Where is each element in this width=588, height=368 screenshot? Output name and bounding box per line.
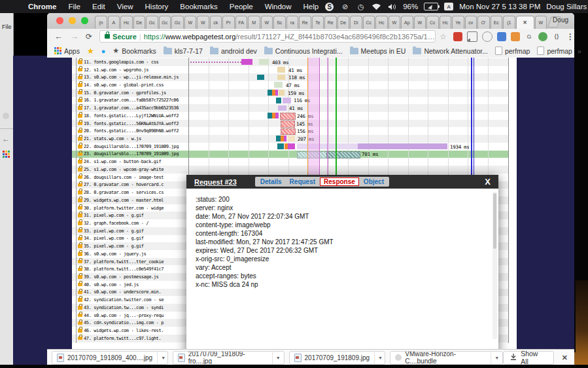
tab-14[interactable]: Sc (273, 16, 286, 29)
tab-16[interactable]: Re (299, 16, 311, 29)
close-window-button[interactable] (56, 17, 63, 24)
tab-22[interactable]: Hc (375, 16, 388, 29)
bookmark-network-attenuator-[interactable]: Network Attenuator... (413, 47, 487, 55)
waterfall-row-11[interactable]: 11. fonts.googleapis.com - css403 ms (72, 58, 508, 66)
tab-1[interactable]: A (108, 16, 120, 29)
waterfall-row-19[interactable]: 19. fonts.gstatic....56KNuAtbJYA.woff214… (72, 120, 508, 128)
tab-31[interactable]: Ec (491, 16, 503, 29)
tab-17[interactable]: Te (312, 16, 324, 29)
download-caret-icon[interactable]: ▼ (491, 352, 502, 364)
tab-25[interactable]: W (414, 16, 426, 29)
tab-29[interactable]: cv (465, 16, 477, 29)
waterfall-row-15[interactable]: 15. 0.gravatar.com - gprofiles.js159 ms (72, 89, 508, 97)
menu-bookmarks[interactable]: Bookmarks (174, 3, 224, 10)
download-item[interactable]: 20170709_191809.jpg▼ (289, 351, 386, 365)
waterfall-row-21[interactable]: 21. stats.wp.com - w.js207 ms (72, 135, 508, 143)
tab-7[interactable]: W (184, 16, 197, 29)
ext-orange-square-icon[interactable] (511, 32, 520, 41)
waterfall-row-12[interactable]: 12. s1.wp.com - wpgroho.js41 ms (72, 66, 508, 74)
tab-4[interactable]: Gc (146, 16, 158, 29)
waterfall-row-23[interactable]: 23. dougsillarsblo...170709_191809.jpg70… (72, 151, 508, 158)
bookmark-star[interactable]: ★ (87, 46, 94, 56)
bookmark-kls7-7-17[interactable]: kls7-7-17 (164, 47, 203, 55)
tab-9[interactable]: ck (210, 16, 222, 29)
forward-button[interactable]: → (70, 32, 78, 41)
wifi-icon[interactable] (372, 2, 381, 11)
waterfall-row-20[interactable]: 20. fonts.gstatic....0nv9q090hN8.woff215… (72, 127, 508, 135)
tab-11[interactable]: FA (235, 16, 248, 29)
tab-32[interactable]: (1 (503, 16, 515, 29)
clock-icon[interactable]: ◷ (356, 2, 366, 11)
tab-20[interactable]: Di (350, 16, 362, 29)
cast-icon[interactable] (467, 31, 477, 42)
show-all-button[interactable]: Show All (503, 351, 554, 365)
menu-chrome[interactable]: Chrome (22, 3, 62, 10)
tab-26[interactable]: Cc (426, 16, 439, 29)
menu-help[interactable]: Help (298, 3, 325, 10)
tab-30[interactable]: O' (477, 16, 490, 29)
tab-27[interactable]: Hc (440, 16, 452, 29)
tab-6[interactable]: Gc (171, 16, 184, 29)
tab-active[interactable]: ✕ (516, 16, 534, 29)
tab-8[interactable]: W (197, 16, 209, 29)
bookmark-twitter[interactable]: ● (101, 47, 106, 55)
ext-blue-square-icon[interactable] (497, 32, 506, 41)
menu-window[interactable]: Window (259, 3, 298, 10)
tab-19[interactable]: De (337, 16, 350, 29)
popup-tab-details[interactable]: Details (257, 178, 285, 185)
menu-people[interactable]: People (224, 3, 259, 10)
bookmark-apps[interactable]: Apps (54, 47, 80, 55)
tab-28[interactable]: Ye (452, 16, 464, 29)
download-item[interactable]: VMware-Horizon-C....bundle▼ (390, 351, 503, 365)
tab-12[interactable]: M (248, 16, 260, 29)
waterfall-row-22[interactable]: 22. dougsillarsblo...170709_191809.jpg19… (72, 143, 508, 151)
menu-edit[interactable]: Edit (86, 3, 111, 10)
tab-2[interactable]: Hc (120, 16, 133, 29)
download-item[interactable]: 20170709_191809_400....jpg▼ (52, 351, 168, 365)
download-item-main[interactable]: VMware-Horizon-C....bundle (390, 351, 491, 365)
ext-red-square-icon[interactable] (453, 32, 462, 41)
tab-24[interactable]: Ap (401, 16, 413, 29)
popup-tab-object[interactable]: Object (360, 178, 387, 185)
volume-icon[interactable] (387, 2, 397, 11)
ext-green-dot-icon[interactable] (538, 32, 547, 41)
bookmark-bookmarks[interactable]: ★Bookmarks (112, 46, 156, 55)
apple-menu-icon[interactable] (8, 3, 16, 10)
download-item-main[interactable]: 20170709_191809-fro....jpg (173, 351, 272, 365)
tab-15[interactable]: ra (286, 16, 299, 29)
bookmark-perfmap[interactable]: perfmap (537, 46, 572, 55)
battery-icon[interactable] (424, 3, 438, 10)
waterfall-row-25[interactable]: 25. s1.wp.com - wpcom-gray-white (72, 166, 508, 174)
bookmark-star-icon[interactable]: ☆ (440, 32, 447, 41)
bookmark-continuous-integrati-[interactable]: Continuous Integrati... (264, 47, 343, 55)
popup-tab-request[interactable]: Request (286, 178, 319, 185)
menubar-clock[interactable]: Mon Nov 27 5 13 38 PM (459, 3, 540, 10)
chrome-menu-button[interactable]: ⋮ (566, 32, 574, 41)
menu-file[interactable]: File (62, 3, 86, 10)
bookmark-meetups-in-eu[interactable]: Meetups in EU (350, 47, 406, 55)
download-caret-icon[interactable]: ▼ (272, 352, 284, 364)
popup-scrollbar[interactable] (493, 192, 497, 339)
address-bar[interactable]: Secure | https://www.webpagetest.org/res… (99, 30, 436, 43)
tab-34[interactable]: W (535, 16, 547, 29)
downloads-close-button[interactable]: ✕ (562, 354, 568, 362)
download-caret-icon[interactable]: ▼ (157, 352, 168, 364)
back-button[interactable]: ← (54, 32, 63, 41)
reload-button[interactable]: ⟳ (86, 32, 92, 41)
waterfall-row-14[interactable]: 14. s0.wp.com - global-print.css47 ms (72, 81, 508, 89)
menu-history[interactable]: History (139, 3, 175, 10)
tab-close-icon[interactable]: ✕ (523, 20, 527, 26)
tab-5[interactable]: Gc (159, 16, 171, 29)
waterfall-row-13[interactable]: 13. s0.wp.com - wp...ji-release.min.js11… (72, 73, 508, 81)
tab-10[interactable]: Pr (222, 16, 235, 29)
waterfall-row-16[interactable]: 16. 1.gravatar.com...fa8b587c725227c0611… (72, 97, 508, 105)
tab-0[interactable]: (n (95, 16, 107, 29)
tab-23[interactable]: W (389, 16, 401, 29)
menubar-user[interactable]: Doug Sillars (546, 3, 587, 10)
waterfall-row-17[interactable]: 17. 1.gravatar.com...a435acc9bb652353641… (72, 104, 508, 112)
download-item-main[interactable]: 20170709_191809.jpg (290, 354, 375, 362)
download-item-main[interactable]: 20170709_191809_400....jpg (52, 354, 157, 362)
download-caret-icon[interactable]: ▼ (374, 352, 385, 364)
profile-name[interactable]: Doug (553, 16, 568, 24)
download-item[interactable]: 20170709_191809-fro....jpg▼ (173, 351, 285, 365)
